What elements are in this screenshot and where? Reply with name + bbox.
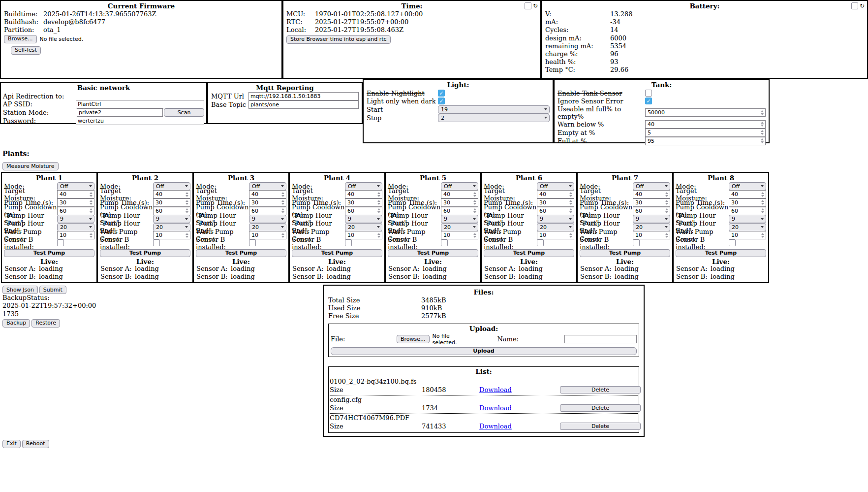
tank-empty-input[interactable]: 5 — [645, 129, 766, 137]
mqtt-url-input[interactable] — [248, 92, 359, 100]
measure-moisture-button[interactable]: Measure Moisture — [2, 162, 59, 170]
warn-pump-count-input[interactable]: 10 — [153, 231, 190, 239]
self-test-button[interactable]: Self-Test — [11, 46, 41, 55]
pump-hour-end-select[interactable]: 20 — [153, 223, 190, 231]
pump-time-input[interactable]: 30 — [633, 198, 670, 207]
sensor-b-installed-checkbox[interactable] — [153, 239, 160, 246]
target-moisture-input[interactable]: 40 — [441, 190, 478, 198]
sensor-b-installed-checkbox[interactable] — [57, 239, 64, 246]
pump-time-input[interactable]: 30 — [537, 198, 574, 207]
test-pump-button[interactable]: Test Pump — [676, 249, 766, 257]
ignore-sensor-error-checkbox[interactable] — [645, 98, 652, 104]
target-moisture-input[interactable]: 40 — [345, 190, 382, 198]
pump-hour-start-select[interactable]: 9 — [57, 215, 94, 223]
show-json-button[interactable]: Show Json — [2, 286, 38, 294]
download-link[interactable]: Download — [479, 423, 560, 430]
pump-hour-end-select[interactable]: 20 — [537, 223, 574, 231]
pump-hour-end-select[interactable]: 20 — [57, 223, 94, 231]
warn-pump-count-input[interactable]: 10 — [633, 231, 670, 239]
delete-button[interactable]: Delete — [560, 386, 641, 394]
scan-button[interactable]: Scan — [164, 108, 204, 117]
test-pump-button[interactable]: Test Pump — [100, 249, 190, 257]
delete-button[interactable]: Delete — [560, 423, 641, 430]
pump-hour-start-select[interactable]: 9 — [729, 215, 766, 223]
tank-warn-input[interactable]: 40 — [645, 120, 766, 129]
battery-refresh-checkbox[interactable] — [851, 2, 858, 9]
tank-full-input[interactable]: 95 — [645, 137, 766, 145]
target-moisture-input[interactable]: 40 — [153, 190, 190, 198]
pump-cooldown-input[interactable]: 60 — [729, 207, 766, 215]
upload-name-input[interactable] — [564, 335, 637, 343]
restore-button[interactable]: Restore — [31, 319, 60, 328]
warn-pump-count-input[interactable]: 10 — [57, 231, 94, 239]
pump-time-input[interactable]: 30 — [57, 198, 94, 207]
pump-cooldown-input[interactable]: 60 — [345, 207, 382, 215]
pump-hour-end-select[interactable]: 20 — [249, 223, 286, 231]
pump-time-input[interactable]: 30 — [729, 198, 766, 207]
pump-hour-end-select[interactable]: 20 — [633, 223, 670, 231]
mode-select[interactable]: Off — [249, 182, 286, 191]
submit-button[interactable]: Submit — [39, 286, 66, 294]
target-moisture-input[interactable]: 40 — [249, 190, 286, 198]
sensor-b-installed-checkbox[interactable] — [537, 239, 544, 246]
warn-pump-count-input[interactable]: 10 — [729, 231, 766, 239]
download-link[interactable]: Download — [479, 404, 560, 412]
pump-cooldown-input[interactable]: 60 — [441, 207, 478, 215]
enable-nightlight-checkbox[interactable] — [438, 90, 445, 97]
upload-button[interactable]: Upload — [331, 347, 637, 355]
test-pump-button[interactable]: Test Pump — [484, 249, 574, 257]
mode-select[interactable]: Off — [57, 182, 94, 191]
test-pump-button[interactable]: Test Pump — [580, 249, 670, 257]
pump-hour-end-select[interactable]: 20 — [729, 223, 766, 231]
pump-hour-start-select[interactable]: 9 — [537, 215, 574, 223]
pump-cooldown-input[interactable]: 60 — [537, 207, 574, 215]
pump-time-input[interactable]: 30 — [441, 198, 478, 207]
upload-browse-button[interactable]: Browse... — [397, 335, 430, 343]
light-stop-select[interactable]: 2 — [438, 114, 550, 122]
exit-button[interactable]: Exit — [2, 440, 21, 448]
tank-useable-input[interactable]: 50000 — [645, 108, 766, 117]
light-start-select[interactable]: 19 — [438, 105, 550, 114]
sensor-b-installed-checkbox[interactable] — [729, 239, 736, 246]
test-pump-button[interactable]: Test Pump — [388, 249, 478, 257]
delete-button[interactable]: Delete — [560, 404, 641, 412]
test-pump-button[interactable]: Test Pump — [196, 249, 286, 257]
target-moisture-input[interactable]: 40 — [633, 190, 670, 198]
time-refresh-checkbox[interactable] — [525, 2, 531, 9]
light-only-dark-checkbox[interactable] — [438, 98, 445, 104]
enable-tank-sensor-checkbox[interactable] — [645, 90, 652, 97]
password-input[interactable] — [76, 117, 204, 125]
pump-time-input[interactable]: 30 — [153, 198, 190, 207]
download-link[interactable]: Download — [479, 386, 560, 394]
sensor-b-installed-checkbox[interactable] — [441, 239, 448, 246]
pump-cooldown-input[interactable]: 60 — [153, 207, 190, 215]
pump-hour-start-select[interactable]: 9 — [633, 215, 670, 223]
store-time-button[interactable]: Store Browser time into esp and rtc — [286, 35, 391, 44]
warn-pump-count-input[interactable]: 10 — [345, 231, 382, 239]
pump-cooldown-input[interactable]: 60 — [57, 207, 94, 215]
sensor-b-installed-checkbox[interactable] — [249, 239, 256, 246]
sensor-b-installed-checkbox[interactable] — [345, 239, 352, 246]
mode-select[interactable]: Off — [537, 182, 574, 191]
sensor-b-installed-checkbox[interactable] — [633, 239, 640, 246]
base-topic-input[interactable] — [248, 100, 359, 109]
target-moisture-input[interactable]: 40 — [537, 190, 574, 198]
mode-select[interactable]: Off — [153, 182, 190, 191]
backup-button[interactable]: Backup — [2, 319, 30, 328]
ap-ssid-input[interactable] — [76, 100, 204, 108]
pump-time-input[interactable]: 30 — [249, 198, 286, 207]
pump-time-input[interactable]: 30 — [345, 198, 382, 207]
pump-hour-end-select[interactable]: 20 — [441, 223, 478, 231]
mode-select[interactable]: Off — [441, 182, 478, 191]
pump-hour-end-select[interactable]: 20 — [345, 223, 382, 231]
pump-hour-start-select[interactable]: 9 — [249, 215, 286, 223]
warn-pump-count-input[interactable]: 10 — [537, 231, 574, 239]
reboot-button[interactable]: Reboot — [22, 440, 49, 448]
mode-select[interactable]: Off — [345, 182, 382, 191]
station-mode-input[interactable] — [77, 108, 163, 117]
firmware-browse-button[interactable]: Browse... — [4, 35, 37, 43]
target-moisture-input[interactable]: 40 — [57, 190, 94, 198]
pump-hour-start-select[interactable]: 9 — [441, 215, 478, 223]
warn-pump-count-input[interactable]: 10 — [441, 231, 478, 239]
warn-pump-count-input[interactable]: 10 — [249, 231, 286, 239]
